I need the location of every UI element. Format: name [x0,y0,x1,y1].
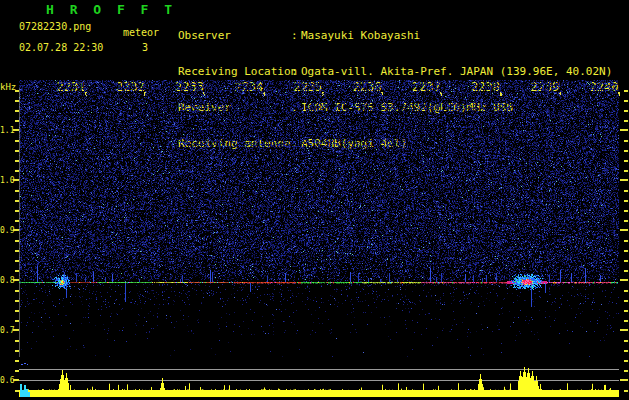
app-title: H R O F F T [46,2,176,17]
meteor-count: 3 [142,42,148,53]
observation-datetime: 02.07.28 22:30 [19,42,103,53]
info-value: Masayuki Kobayashi [301,30,420,42]
axis-tick [624,150,628,152]
axis-tick [624,260,628,262]
freq-label: 1.1 [0,126,14,135]
axis-tick [624,240,628,242]
axis-tick [624,140,628,142]
observation-mode: meteor [123,27,159,38]
axis-tick [624,200,628,202]
axis-tick [624,160,628,162]
axis-tick [624,320,628,322]
info-label: Receiving Location [178,66,291,78]
axis-tick [620,179,628,181]
axis-tick [620,379,628,381]
axis-tick [624,100,628,102]
axis-tick [624,290,628,292]
axis-tick [624,360,628,362]
spectrogram-canvas [19,80,619,357]
axis-tick [620,129,628,131]
freq-label: 0.7 [0,326,14,335]
signal-level-canvas [19,357,619,400]
info-separator: : [291,30,301,42]
info-separator: : [291,66,301,78]
axis-tick [624,340,628,342]
info-label: Observer [178,30,291,42]
axis-tick [624,210,628,212]
freq-label: 0.6 [0,376,14,385]
axis-tick [624,220,628,222]
axis-tick [624,110,628,112]
output-filename: 07282230.png [19,21,91,32]
freq-label: 0.9 [0,226,14,235]
axis-tick [624,90,628,92]
axis-tick [620,279,628,281]
freq-label: 0.8 [0,276,14,285]
axis-tick [624,310,628,312]
freq-label: 1.0 [0,176,14,185]
info-value: Ogata-vill. Akita-Pref. JAPAN (139.96E, … [301,66,612,78]
frequency-unit-label: kHz [0,82,16,92]
axis-tick [624,350,628,352]
axis-tick [624,190,628,192]
axis-tick [620,229,628,231]
axis-tick [624,370,628,372]
info-row-observer: Observer:Masayuki Kobayashi [178,30,612,42]
hrofft-screenshot: H R O F F T 07282230.png meteor 02.07.28… [0,0,629,400]
axis-tick [624,300,628,302]
axis-tick [620,329,628,331]
axis-tick [624,390,628,392]
axis-tick [624,120,628,122]
axis-tick [624,270,628,272]
axis-tick [624,170,628,172]
info-row-location: Receiving Location:Ogata-vill. Akita-Pre… [178,66,612,78]
axis-tick [624,250,628,252]
